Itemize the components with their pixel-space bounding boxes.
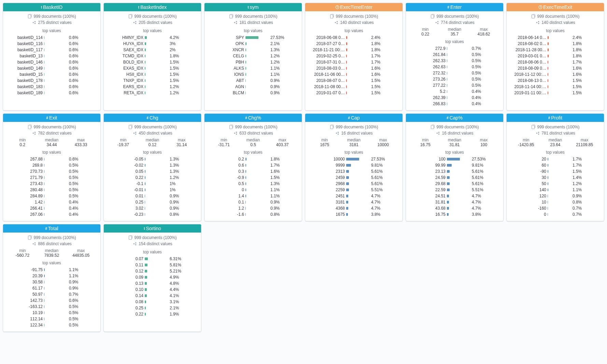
top-value-row[interactable]: 20.391.1% — [6, 273, 97, 279]
top-value-row[interactable]: 262.330.5% — [409, 58, 500, 64]
top-value-row[interactable]: basketID_1830.6% — [6, 84, 97, 90]
top-value-row[interactable]: 2018-08-06 0…1.7% — [510, 59, 601, 65]
top-value-row[interactable]: 269.80.5% — [6, 162, 97, 168]
top-value-row[interactable]: 0.125.21% — [107, 268, 198, 274]
field-card[interactable]: tsym999 documents (100%)181 distinct val… — [204, 3, 302, 111]
top-value-row[interactable]: -0.051.3% — [107, 156, 198, 162]
top-value-row[interactable]: basketID_1780.6% — [6, 78, 97, 84]
top-value-row[interactable]: SPY27.53% — [208, 34, 298, 41]
top-value-row[interactable]: 0.10.9% — [208, 199, 298, 205]
field-card[interactable]: #Cap999 documents (100%)16 distinct valu… — [305, 113, 403, 221]
top-value-row[interactable]: 0.144.1% — [107, 293, 198, 299]
top-value-row[interactable]: 23135.61% — [309, 168, 399, 174]
field-card[interactable]: #Chg999 documents (100%)450 distinct val… — [103, 113, 201, 221]
top-value-row[interactable]: 2018-11-14 00:…1.5% — [510, 84, 601, 90]
top-value-row[interactable]: -91.751.1% — [6, 267, 97, 273]
top-value-row[interactable]: 2018-08-13 0…1.5% — [510, 78, 601, 84]
top-value-row[interactable]: 266.410.4% — [6, 205, 97, 211]
top-value-row[interactable]: 142.730.6% — [6, 297, 97, 304]
field-card[interactable]: #Total999 documents (100%)886 distinct v… — [3, 224, 101, 332]
top-value-row[interactable]: -901.5% — [510, 168, 601, 174]
top-value-row[interactable]: TCMD_IDX1.8% — [107, 53, 198, 59]
top-value-row[interactable]: 2018-08-02 0…1.8% — [510, 41, 601, 47]
top-value-row[interactable]: 16753.8% — [309, 211, 399, 218]
top-value-row[interactable]: -0.11% — [107, 181, 198, 187]
top-value-row[interactable]: 00.7% — [510, 211, 601, 218]
top-value-row[interactable]: 22595.51% — [309, 187, 399, 193]
top-value-row[interactable]: 1.420.4% — [6, 199, 97, 205]
top-value-row[interactable]: 30.580.9% — [6, 279, 97, 285]
top-value-row[interactable]: 1200.9% — [510, 193, 601, 199]
field-header[interactable]: tBasketID — [3, 3, 100, 11]
top-value-row[interactable]: AGN0.9% — [208, 84, 298, 90]
top-value-row[interactable]: HMNY_IDX4.2% — [107, 34, 198, 41]
top-value-row[interactable]: 0.010.9% — [107, 193, 198, 199]
top-value-row[interactable]: 2018-11-21 00:…1.8% — [309, 47, 399, 53]
top-value-row[interactable]: ALKS1.1% — [208, 65, 298, 71]
top-value-row[interactable]: basketID_150.6% — [6, 71, 97, 78]
top-value-row[interactable]: 277.220.5% — [409, 82, 500, 88]
top-value-row[interactable]: 0.115.81% — [107, 262, 198, 268]
top-value-row[interactable]: 99.999.81% — [409, 162, 500, 168]
top-value-row[interactable]: 271.790.5% — [6, 174, 97, 181]
top-value-row[interactable]: basketID_1140.6% — [6, 34, 97, 41]
field-header[interactable]: tsym — [204, 3, 302, 11]
top-value-row[interactable]: 501.2% — [510, 181, 601, 187]
top-value-row[interactable]: 16.753.8% — [409, 211, 500, 218]
top-value-row[interactable]: 50.970.7% — [6, 291, 97, 297]
top-value-row[interactable]: BLCM0.9% — [208, 90, 298, 96]
field-header[interactable]: #Profit — [507, 114, 604, 122]
top-value-row[interactable]: 2019-01-07 0…1.5% — [309, 90, 399, 96]
field-header[interactable]: tBasketIndex — [104, 3, 201, 11]
field-header[interactable]: #Exit — [3, 114, 100, 122]
top-value-row[interactable]: PBH1.2% — [208, 59, 298, 65]
top-value-row[interactable]: 0.094.9% — [107, 274, 198, 280]
top-value-row[interactable]: 270.730.5% — [6, 168, 97, 174]
top-value-row[interactable]: SAEX_IDX2% — [107, 47, 198, 53]
top-value-row[interactable]: 2018-08-07 0…1.5% — [309, 78, 399, 84]
top-value-row[interactable]: 0.51.3% — [208, 181, 298, 187]
top-value-row[interactable]: 2019-01-11 00:…1.5% — [510, 90, 601, 96]
field-card[interactable]: ExecTimeExit999 documents (100%)140 dist… — [506, 3, 604, 111]
top-value-row[interactable]: 24.595.61% — [409, 174, 500, 181]
field-card[interactable]: #Cap%999 documents (100%)16 distinct val… — [406, 113, 504, 221]
top-value-row[interactable]: 262.390.4% — [409, 95, 500, 101]
top-value-row[interactable]: 0.051.3% — [107, 168, 198, 174]
top-value-row[interactable]: 29685.61% — [309, 181, 399, 187]
top-value-row[interactable]: 100.8% — [510, 199, 601, 205]
top-value-row[interactable]: TNXP_IDX1.5% — [107, 78, 198, 84]
top-value-row[interactable]: 262.630.5% — [409, 64, 500, 70]
top-value-row[interactable]: 1.41.1% — [208, 193, 298, 199]
top-value-row[interactable]: 0.250.9% — [107, 199, 198, 205]
top-value-row[interactable]: 29.685.61% — [409, 181, 500, 187]
top-value-row[interactable]: 2018-11-06 00…1.6% — [309, 71, 399, 78]
top-value-row[interactable]: 2018-11-12 00:…1.6% — [510, 71, 601, 78]
top-value-row[interactable]: 24.514.7% — [409, 193, 500, 199]
top-value-row[interactable]: 31.814.7% — [409, 199, 500, 205]
top-value-row[interactable]: -1.60.8% — [208, 211, 298, 218]
top-value-row[interactable]: 0.21.8% — [208, 156, 298, 162]
top-value-row[interactable]: 1000027.53% — [309, 156, 399, 162]
top-value-row[interactable]: 122.340.5% — [6, 322, 97, 328]
top-value-row[interactable]: 301.4% — [510, 174, 601, 181]
top-value-row[interactable]: 0.221.2% — [107, 174, 198, 181]
top-value-row[interactable]: HSII_IDX1.5% — [107, 71, 198, 78]
top-value-row[interactable]: 01.1% — [208, 187, 298, 193]
top-value-row[interactable]: 24595.61% — [309, 174, 399, 181]
field-header[interactable]: tSortino — [104, 224, 201, 233]
top-value-row[interactable]: 2018-08-09 0…1.6% — [510, 65, 601, 71]
top-value-row[interactable]: RETA_IDX1.2% — [107, 90, 198, 96]
top-value-row[interactable]: 267.880.6% — [6, 156, 97, 162]
top-value-row[interactable]: basketID_1890.6% — [6, 90, 97, 96]
field-header[interactable]: #Chg — [104, 114, 201, 122]
field-card[interactable]: tBasketIndex999 documents (100%)205 dist… — [103, 3, 201, 111]
top-value-row[interactable]: EXAS_IDX1.5% — [107, 65, 198, 71]
top-value-row[interactable]: -163.120.5% — [6, 304, 97, 310]
top-value-row[interactable]: 112.140.5% — [6, 316, 97, 322]
top-value-row[interactable]: BOLD_IDX1.5% — [107, 59, 198, 65]
top-value-row[interactable]: 0.104.4% — [107, 286, 198, 293]
top-value-row[interactable]: IONS1.1% — [208, 71, 298, 78]
top-value-row[interactable]: 0.083.1% — [107, 299, 198, 305]
top-value-row[interactable]: 272.90.7% — [409, 45, 500, 52]
top-value-row[interactable]: 601.7% — [510, 162, 601, 168]
